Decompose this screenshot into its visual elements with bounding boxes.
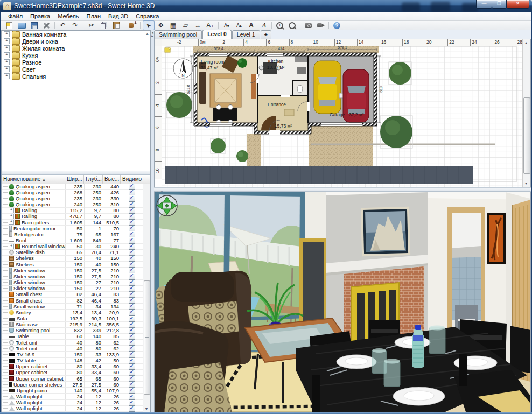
plan-canvas[interactable]: 508,4 414 579,1 621,8 618 N Living room — [162, 46, 523, 187]
view-3d-canvas[interactable] — [155, 192, 530, 412]
depth-value: 90,3 — [85, 315, 103, 321]
catalog-category-6[interactable]: +Спальня — [2, 73, 150, 80]
create-dimensions-tool-button[interactable]: ↔ — [192, 20, 204, 30]
furniture-table-scrollbar[interactable]: ▼ — [143, 184, 150, 412]
ruler-tick: 22 — [447, 39, 454, 46]
pan-tool-button[interactable]: ✥ — [155, 20, 167, 30]
zoom-in-button[interactable] — [274, 20, 286, 30]
expand-icon[interactable]: + — [9, 214, 14, 219]
level-tab-1[interactable]: Level 0 — [202, 30, 232, 39]
app-window: ⌂ SweetHome3DExample7.sh3d - Sweet Home … — [0, 0, 532, 414]
dimension-label: 621,8 — [186, 85, 190, 94]
level-tab-0[interactable]: Swimming pool — [154, 30, 202, 39]
menu-item-0[interactable]: Файл — [4, 12, 26, 20]
3d-navigation-control[interactable] — [157, 195, 177, 216]
menu-item-2[interactable]: Мебель — [54, 12, 82, 20]
column-header-depth[interactable]: Глуб... — [84, 175, 103, 184]
height-value: 83 — [103, 298, 121, 304]
column-header-width[interactable]: Шир... — [65, 175, 84, 184]
cut-button[interactable]: ✂ — [86, 20, 97, 30]
furniture-name: Wall uplight — [16, 400, 43, 405]
create-rooms-tool-button[interactable]: ▱ — [180, 20, 192, 30]
plan-vertical-scrollbar[interactable]: ▲ ▼ — [522, 39, 530, 187]
cabinet-icon — [9, 376, 14, 381]
decrease-text-size-button[interactable]: A▾ — [221, 20, 233, 30]
add-level-tab[interactable]: + — [261, 30, 271, 39]
catalog-category-0[interactable]: +Ванная комната — [2, 31, 150, 38]
add-text-tool-button[interactable]: A₊ — [205, 20, 216, 30]
catalog-table-splitter[interactable]: ▲▼ — [2, 171, 150, 175]
width-value: 80 — [66, 363, 85, 369]
view-3d[interactable] — [154, 192, 531, 412]
expand-icon[interactable]: + — [9, 208, 14, 213]
furniture-name: Shelves — [16, 256, 34, 261]
menu-item-4[interactable]: Вид 3D — [104, 12, 132, 20]
create-video-button[interactable] — [315, 20, 327, 30]
ruler-tick: -2 — [176, 39, 181, 46]
dimension-label: 414 — [278, 47, 284, 51]
depth-value: 140 — [85, 333, 103, 339]
copy-button[interactable] — [98, 20, 110, 30]
catalog-category-2[interactable]: +Жилая комната — [2, 45, 150, 52]
level-tab-2[interactable]: Level 1 — [232, 30, 260, 39]
toggle-italic-button[interactable]: A — [258, 20, 270, 30]
catalog-category-1[interactable]: +Двери и окна — [2, 38, 150, 45]
compass-icon[interactable]: N — [173, 59, 193, 78]
furniture-catalog-tree: +Ванная комната+Двери и окна+Жилая комна… — [2, 31, 150, 171]
expand-icon[interactable]: + — [4, 52, 10, 58]
sofa-icon — [9, 318, 15, 321]
scroll-down-icon[interactable]: ▼ — [143, 406, 150, 412]
undo-button[interactable]: ↶ — [57, 20, 69, 30]
paste-button[interactable] — [110, 20, 122, 30]
zoom-out-button[interactable] — [286, 20, 298, 30]
scroll-down-icon[interactable]: ▼ — [523, 180, 529, 186]
yellow-car[interactable] — [314, 61, 341, 114]
column-header-name[interactable]: Наименование ▲ — [2, 175, 65, 184]
expand-icon[interactable]: + — [4, 73, 10, 79]
title-bar[interactable]: ⌂ SweetHome3DExample7.sh3d - Sweet Home … — [0, 0, 532, 12]
svg-text:15,73 м²: 15,73 м² — [275, 123, 292, 129]
add-furniture-button[interactable] — [127, 20, 138, 30]
save-button[interactable] — [29, 20, 40, 30]
close-button[interactable]: ✕ — [506, 0, 529, 9]
open-button[interactable] — [16, 20, 28, 30]
maximize-button[interactable]: ❐ — [492, 0, 507, 9]
minimize-button[interactable]: — — [476, 0, 492, 9]
scroll-up-icon[interactable]: ▲ — [523, 40, 529, 46]
menu-item-1[interactable]: Правка — [26, 12, 54, 20]
column-header-height[interactable]: Выс... — [103, 175, 121, 184]
expand-icon[interactable]: + — [4, 59, 10, 65]
create-photo-button[interactable] — [303, 20, 314, 30]
expand-icon[interactable]: + — [4, 38, 10, 44]
new-home-button[interactable] — [4, 20, 16, 30]
column-header-visible[interactable]: Видимо... — [121, 175, 142, 184]
height-value: 150 — [103, 262, 121, 268]
select-tool-button[interactable]: ➤ — [143, 20, 155, 30]
preferences-button[interactable] — [41, 20, 53, 30]
plan-3d-splitter[interactable]: ▲ ▼ — [154, 187, 531, 192]
scrollbar-thumb[interactable] — [144, 280, 150, 395]
toggle-bold-button[interactable]: A — [246, 20, 257, 30]
catalog-category-4[interactable]: +Разное — [2, 59, 150, 66]
visible-checkbox[interactable]: ✔ — [129, 405, 135, 412]
create-walls-tool-button[interactable]: ▦ — [167, 20, 179, 30]
help-button[interactable] — [331, 20, 343, 30]
svg-text:31,47 м²: 31,47 м² — [201, 65, 218, 71]
furniture-table-header[interactable]: Наименование ▲ Шир... Глуб... Выс... Вид… — [2, 175, 150, 184]
expand-icon[interactable]: + — [9, 244, 14, 249]
scrollbar-thumb[interactable] — [523, 97, 530, 174]
plan-note-icon[interactable] — [165, 48, 170, 52]
increase-text-size-button[interactable]: A▴ — [233, 20, 245, 30]
redo-button[interactable]: ↷ — [69, 20, 81, 30]
catalog-category-5[interactable]: +Свет — [2, 66, 150, 73]
catalog-category-3[interactable]: +Кухня — [2, 52, 150, 59]
menu-item-3[interactable]: План — [83, 12, 105, 20]
menu-item-5[interactable]: Справка — [132, 12, 163, 20]
expand-icon[interactable]: + — [9, 220, 14, 225]
expand-icon[interactable]: + — [4, 66, 10, 72]
plan-view[interactable]: -20м246810121416182022242628 0м246810 — [154, 39, 531, 187]
table-row[interactable]: Wall uplight241226✔ — [2, 406, 143, 412]
tree-scroll-up-icon[interactable]: ▲ — [145, 32, 149, 36]
expand-icon[interactable]: + — [4, 45, 10, 51]
expand-icon[interactable]: + — [4, 31, 10, 37]
